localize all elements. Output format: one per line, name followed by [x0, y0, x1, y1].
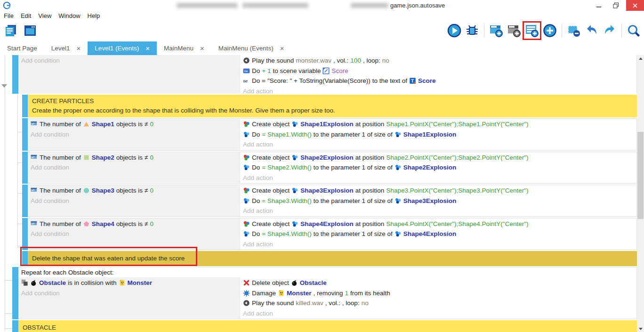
standard-event: x?The number of Shape2 objects is ≠ 0Add…: [22, 152, 637, 184]
add-action-button[interactable]: Add action: [240, 308, 636, 319]
text-segment: ≠: [145, 187, 148, 194]
svg-text:x?: x?: [32, 189, 34, 192]
action-line[interactable]: Create object Shape2Explosion at positio…: [240, 153, 636, 163]
scrollbar-thumb[interactable]: [637, 132, 644, 219]
debug-icon[interactable]: [465, 23, 480, 38]
add-external-layout-icon[interactable]: [507, 23, 522, 38]
project-manager-icon[interactable]: [4, 23, 19, 38]
text-segment: = Shape1.Width(): [262, 131, 311, 138]
menu-edit[interactable]: Edit: [21, 12, 35, 19]
tab-level1[interactable]: Level1×: [44, 41, 88, 55]
text-icon: txt: [243, 77, 250, 84]
comment-text[interactable]: OBSTACLE: [18, 320, 637, 332]
close-button[interactable]: [626, 0, 644, 11]
menu-view[interactable]: View: [38, 12, 56, 19]
redo-icon[interactable]: [602, 23, 617, 38]
add-action-button[interactable]: Add action: [240, 239, 636, 250]
tab-start-page[interactable]: Start Page: [0, 41, 44, 55]
collision-icon: [21, 279, 28, 286]
event-drag-bar[interactable]: [12, 267, 18, 319]
event-drag-bar[interactable]: [12, 320, 18, 332]
text-segment: = Shape2.Width(): [262, 164, 311, 171]
maximize-button[interactable]: [608, 0, 623, 11]
action-line[interactable]: Play the sound killed.wav, vol.: , loop:…: [240, 298, 636, 308]
action-line[interactable]: Create object Shape1Explosion at positio…: [240, 119, 636, 130]
add-external-events-icon[interactable]: [524, 23, 539, 38]
shape1-triangle-icon: [83, 121, 90, 128]
event-drag-bar[interactable]: [22, 95, 28, 117]
action-line[interactable]: Do = Shape2.Width() to the parameter 1 o…: [240, 162, 636, 173]
add-condition-button[interactable]: Add condition: [28, 196, 240, 206]
text-segment: monster.wav: [296, 57, 331, 64]
menu-window[interactable]: Window: [58, 12, 84, 19]
action-line[interactable]: Create object Shape4Explosion at positio…: [240, 219, 636, 229]
add-condition-button[interactable]: Add condition: [28, 130, 240, 140]
search-icon[interactable]: [626, 23, 641, 38]
tab-level1-events-[interactable]: Level1 (Events)×: [88, 41, 157, 55]
action-line[interactable]: txtDo = "Score: " + ToString(Variable(Sc…: [240, 76, 636, 86]
add-scene-icon[interactable]: [489, 23, 504, 38]
event-drag-bar[interactable]: [22, 152, 28, 184]
particle-icon: [243, 230, 250, 237]
add-icon[interactable]: [542, 23, 557, 38]
scroll-up-icon[interactable]: [637, 55, 644, 62]
add-condition-button[interactable]: Add condition: [18, 56, 240, 66]
action-line[interactable]: Create object Shape3Explosion at positio…: [240, 186, 636, 196]
vertical-scrollbar[interactable]: [637, 55, 644, 332]
undo-icon[interactable]: [584, 23, 599, 38]
action-line[interactable]: Do = Shape4.Width() to the parameter 1 o…: [240, 229, 636, 239]
event-drag-bar[interactable]: [22, 118, 28, 151]
minimize-button[interactable]: [591, 0, 606, 11]
add-condition-button[interactable]: Add condition: [28, 162, 240, 173]
condition-line[interactable]: x?The number of Shape2 objects is ≠ 0: [28, 153, 240, 163]
tab-close-icon[interactable]: ×: [200, 45, 204, 52]
condition-line[interactable]: x?The number of Shape3 objects is ≠ 0: [28, 186, 240, 196]
menu-file[interactable]: File: [4, 12, 18, 19]
monster-icon: [278, 290, 285, 297]
tab-close-icon[interactable]: ×: [77, 45, 81, 52]
add-action-button[interactable]: Add action: [240, 86, 636, 94]
comment-text[interactable]: Delete the shape that was eaten and upda…: [28, 251, 637, 266]
foreach-event: Repeat for each Obstacle object:Obstacle…: [12, 267, 637, 319]
text-segment: Monster: [128, 279, 153, 286]
create-icon: [243, 154, 250, 161]
tab-close-icon[interactable]: ×: [145, 45, 150, 52]
placeholder-label: Add action: [243, 241, 273, 248]
action-line[interactable]: Do = Shape3.Width() to the parameter 1 o…: [240, 196, 636, 206]
add-condition-button[interactable]: Add condition: [18, 288, 240, 299]
tab-mainmenu[interactable]: MainMenu×: [157, 41, 211, 55]
text-segment: Obstacle: [300, 279, 327, 286]
remove-selection-icon[interactable]: [566, 23, 581, 38]
comment-text[interactable]: CREATE PARTICLESCreate the proper one ac…: [28, 95, 637, 117]
condition-line[interactable]: Obstacle is in collision with Monster: [18, 278, 240, 288]
foreach-header[interactable]: Repeat for each Obstacle object:: [18, 267, 636, 277]
event-drag-bar[interactable]: [22, 251, 28, 266]
scroll-down-icon[interactable]: [637, 325, 644, 332]
add-condition-button[interactable]: Add condition: [28, 229, 240, 239]
action-line[interactable]: Damage Monster, removing 1 from its heal…: [240, 288, 636, 299]
text-segment: Play the sound: [252, 300, 294, 307]
toolbar-divider: [484, 24, 484, 38]
tab-mainmenu-events-[interactable]: MainMenu (Events)×: [211, 41, 291, 55]
action-line[interactable]: Do = Shape1.Width() to the parameter 1 o…: [240, 130, 636, 140]
action-line[interactable]: Play the sound monster.wav, vol.: 100, l…: [240, 56, 636, 66]
event-drag-bar[interactable]: [22, 185, 28, 217]
condition-line[interactable]: x?The number of Shape4 objects is ≠ 0: [28, 219, 240, 229]
add-action-button[interactable]: Add action: [240, 139, 636, 150]
play-icon[interactable]: [447, 23, 462, 38]
action-line[interactable]: VarDo + 1 to scene variable Score: [240, 66, 636, 76]
add-action-button[interactable]: Add action: [240, 206, 636, 216]
menu-help[interactable]: Help: [88, 12, 105, 19]
event-drag-bar[interactable]: [22, 218, 28, 251]
text-segment: Delete object: [252, 279, 289, 286]
action-line[interactable]: Delete object Obstacle: [240, 278, 636, 288]
event-drag-bar[interactable]: [12, 55, 18, 94]
tab-close-icon[interactable]: ×: [280, 45, 284, 52]
text-segment: ≠: [145, 154, 148, 161]
condition-line[interactable]: x?The number of Shape1 objects is ≠ 0: [28, 119, 240, 130]
start-page-icon[interactable]: [23, 23, 38, 38]
monster-icon: [119, 279, 126, 286]
add-action-button[interactable]: Add action: [240, 173, 636, 183]
text-segment: at position: [355, 154, 385, 161]
standard-event: Add conditionPlay the sound monster.wav,…: [12, 55, 637, 94]
